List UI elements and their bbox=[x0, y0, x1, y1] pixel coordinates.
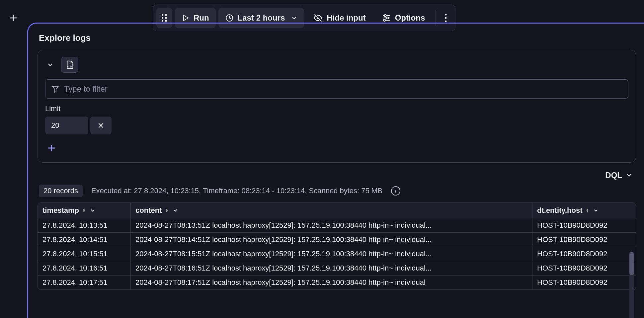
sort-icon: ▲▼ bbox=[165, 208, 168, 212]
scrollbar-thumb[interactable] bbox=[629, 252, 634, 275]
table-row[interactable]: 27.8.2024, 10:16:51 2024-08-27T08:16:51Z… bbox=[38, 261, 636, 276]
svg-point-18 bbox=[445, 21, 447, 22]
svg-marker-20 bbox=[52, 86, 58, 92]
cell-timestamp: 27.8.2024, 10:15:51 bbox=[38, 247, 131, 261]
chevron-down-icon bbox=[593, 207, 599, 213]
options-label: Options bbox=[395, 13, 425, 23]
limit-input[interactable] bbox=[45, 117, 88, 134]
sort-icon: ▲▼ bbox=[586, 208, 589, 212]
filter-input[interactable] bbox=[64, 84, 622, 94]
info-icon[interactable]: i bbox=[391, 186, 400, 196]
hide-input-label: Hide input bbox=[327, 13, 365, 23]
cell-timestamp: 27.8.2024, 10:16:51 bbox=[38, 261, 131, 276]
limit-label: Limit bbox=[45, 105, 628, 113]
svg-point-5 bbox=[165, 17, 167, 19]
svg-point-6 bbox=[162, 20, 164, 22]
table-row[interactable]: 27.8.2024, 10:13:51 2024-08-27T08:13:51Z… bbox=[38, 218, 636, 233]
log-source-chip[interactable]: LOG bbox=[61, 57, 78, 73]
column-header-content[interactable]: content ▲▼ bbox=[131, 203, 532, 218]
cell-timestamp: 27.8.2024, 10:17:51 bbox=[38, 276, 131, 290]
cell-host: HOST-10B90D8D092 bbox=[532, 233, 636, 247]
cell-content: 2024-08-27T08:16:51Z localhost haproxy[1… bbox=[131, 261, 532, 276]
add-filter-button[interactable] bbox=[45, 142, 56, 154]
execution-info: Executed at: 27.8.2024, 10:23:15, Timefr… bbox=[91, 187, 382, 195]
table-scrollbar[interactable] bbox=[629, 252, 634, 318]
svg-point-15 bbox=[383, 19, 385, 21]
column-header-host[interactable]: dt.entity.host ▲▼ bbox=[532, 203, 636, 218]
results-meta: 20 records Executed at: 27.8.2024, 10:23… bbox=[39, 185, 636, 197]
dql-label: DQL bbox=[605, 171, 622, 180]
query-builder: LOG Limit bbox=[38, 50, 636, 163]
explore-panel: Explore logs LOG Limit bbox=[27, 23, 644, 318]
sort-icon: ▲▼ bbox=[82, 208, 86, 212]
cell-content: 2024-08-27T08:17:51Z localhost haproxy[1… bbox=[131, 276, 532, 290]
table-header: timestamp ▲▼ content ▲▼ dt.entity.host ▲… bbox=[38, 203, 636, 218]
record-count-badge: 20 records bbox=[39, 185, 83, 197]
svg-point-7 bbox=[165, 20, 167, 22]
cell-timestamp: 27.8.2024, 10:14:51 bbox=[38, 233, 131, 247]
table-row[interactable]: 27.8.2024, 10:15:51 2024-08-27T08:15:51Z… bbox=[38, 247, 636, 261]
chevron-down-icon bbox=[90, 207, 96, 213]
cell-timestamp: 27.8.2024, 10:13:51 bbox=[38, 218, 131, 233]
cell-host: HOST-10B90D8D092 bbox=[532, 247, 636, 261]
cell-content: 2024-08-27T08:13:51Z localhost haproxy[1… bbox=[131, 218, 532, 233]
cell-host: HOST-10B90D8D092 bbox=[532, 218, 636, 233]
svg-point-4 bbox=[162, 17, 164, 19]
chevron-down-icon bbox=[172, 207, 178, 213]
svg-point-17 bbox=[445, 17, 447, 19]
svg-marker-8 bbox=[184, 15, 188, 21]
column-header-timestamp[interactable]: timestamp ▲▼ bbox=[38, 203, 131, 218]
results-table: timestamp ▲▼ content ▲▼ dt.entity.host ▲… bbox=[38, 202, 636, 290]
filter-icon bbox=[51, 85, 59, 93]
cell-content: 2024-08-27T08:14:51Z localhost haproxy[1… bbox=[131, 233, 532, 247]
collapse-toggle[interactable] bbox=[45, 60, 55, 70]
cell-content: 2024-08-27T08:15:51Z localhost haproxy[1… bbox=[131, 247, 532, 261]
add-panel-button[interactable] bbox=[6, 11, 21, 25]
panel-title: Explore logs bbox=[39, 33, 636, 43]
svg-point-3 bbox=[165, 14, 167, 16]
svg-point-11 bbox=[384, 15, 386, 17]
cell-host: HOST-10B90D8D092 bbox=[532, 261, 636, 276]
table-row[interactable]: 27.8.2024, 10:17:51 2024-08-27T08:17:51Z… bbox=[38, 276, 636, 290]
dql-toggle[interactable]: DQL bbox=[605, 171, 633, 180]
table-row[interactable]: 27.8.2024, 10:14:51 2024-08-27T08:14:51Z… bbox=[38, 233, 636, 247]
svg-point-13 bbox=[386, 17, 388, 19]
filter-input-container[interactable] bbox=[45, 79, 628, 99]
svg-point-2 bbox=[162, 14, 164, 16]
svg-point-16 bbox=[445, 14, 447, 16]
run-label: Run bbox=[194, 13, 209, 23]
cell-host: HOST-10B90D8D092 bbox=[532, 276, 636, 290]
svg-text:LOG: LOG bbox=[67, 65, 72, 68]
timeframe-label: Last 2 hours bbox=[238, 13, 285, 23]
limit-clear-button[interactable] bbox=[90, 117, 112, 134]
